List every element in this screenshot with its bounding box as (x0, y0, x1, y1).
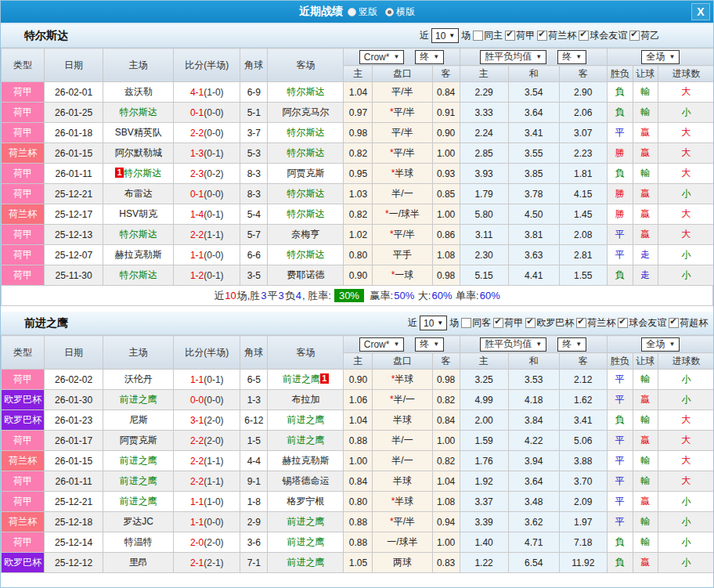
col-header-1: 日期 (45, 49, 103, 82)
cell-odds-home: 0.82 (344, 143, 373, 164)
cell-handicap: *半球 (373, 164, 432, 184)
checkbox-label: 荷超杯 (680, 316, 708, 330)
recent-count-select[interactable]: 10▼ (431, 28, 459, 43)
fulltime-score: 1-1 (190, 374, 204, 385)
cell-odds-home: 0.88 (344, 532, 373, 553)
scope-select[interactable]: 全场▼ (641, 337, 680, 352)
cell-result: 平 (607, 451, 633, 471)
cell-corners: 6-6 (240, 245, 268, 265)
cell-odds-away: 0.90 (432, 123, 460, 143)
odds-company-select[interactable]: Crow*▼ (359, 337, 405, 352)
recent-count-select[interactable]: 10▼ (420, 316, 447, 330)
cell-result: 負 (607, 82, 633, 103)
odds-final-select[interactable]: 终▼ (415, 50, 444, 64)
cell-home-team: 尼斯 (103, 410, 174, 431)
cell-handicap: *平/半 (373, 103, 432, 123)
section-header: 前进之鹰近10▼场同客荷甲欧罗巴杯荷兰杯球会友谊荷超杯 (1, 312, 713, 335)
halftime-score: (0-0) (204, 395, 223, 406)
filter-checkbox-欧罗巴杯[interactable]: 欧罗巴杯 (525, 316, 574, 330)
fulltime-score: 4-1 (190, 87, 204, 98)
cell-corners: 4-4 (240, 451, 268, 471)
avg-select[interactable]: 胜平负均值▼ (480, 50, 546, 64)
cell-score: 2-2(0-0) (174, 123, 240, 143)
filter-checkbox-同主[interactable]: 同主 (473, 29, 503, 42)
avg-final-select[interactable]: 终▼ (557, 337, 586, 352)
cell-avg-home: 5.15 (460, 265, 508, 286)
cell-goals-result: 小 (658, 532, 714, 553)
home-team-name: 赫拉克勒斯 (115, 249, 162, 260)
fulltime-score: 0-1 (190, 189, 204, 200)
filter-checkbox-荷乙[interactable]: 荷乙 (629, 29, 659, 42)
handicap-value: 平/半 (391, 86, 413, 97)
filter-checkbox-荷甲[interactable]: 荷甲 (505, 29, 535, 42)
cell-league: 荷甲 (2, 103, 45, 123)
cell-goals-result: 大 (658, 225, 714, 245)
filter-checkbox-球会友谊[interactable]: 球会友谊 (618, 316, 666, 330)
sub-header-7: 让球 (633, 353, 658, 370)
cell-avg-draw: 6.54 (508, 553, 559, 573)
summary-segment: 场,胜 (237, 289, 261, 303)
filter-checkbox-荷甲[interactable]: 荷甲 (493, 316, 523, 330)
table-row: 荷甲26-01-11前进之鹰2-2(1-1)9-1锡塔德命运0.84半球1.04… (2, 471, 714, 492)
cell-corners: 2-9 (240, 512, 268, 532)
filter-checkbox-荷兰杯[interactable]: 荷兰杯 (576, 316, 615, 330)
cell-avg-home: 3.39 (460, 512, 508, 532)
cell-corners: 3-5 (240, 265, 268, 286)
cell-goals-result: 小 (658, 184, 714, 204)
cell-handicap: 平/半 (373, 123, 432, 143)
col-header-0: 类型 (2, 49, 45, 82)
summary-segment: 单率: (453, 289, 478, 303)
cell-avg-home: 2.00 (460, 410, 508, 431)
avg-header-group: 胜平负均值▼终▼ (460, 49, 607, 66)
cell-avg-away: 2.81 (559, 245, 607, 265)
halftime-score: (1-1) (204, 456, 223, 467)
cell-league: 荷甲 (2, 532, 45, 553)
cell-league: 荷兰杯 (2, 143, 45, 164)
checkbox-label: 荷甲 (504, 316, 523, 330)
section-gap (1, 306, 713, 312)
cell-avg-home: 1.79 (460, 184, 508, 204)
odds-final-select[interactable]: 终▼ (415, 337, 444, 352)
filter-checkbox-荷兰杯[interactable]: 荷兰杯 (537, 29, 576, 42)
odds-company-select[interactable]: Crow*▼ (359, 50, 405, 64)
cell-avg-home: 2.85 (460, 143, 508, 164)
avg-final-select[interactable]: 终▼ (557, 50, 586, 64)
filter-checkbox-同客[interactable]: 同客 (461, 316, 491, 330)
summary-segment: 60% (480, 290, 500, 301)
cell-odds-home: 1.00 (344, 451, 373, 471)
layout-radio-horizontal[interactable]: 横版 (385, 5, 415, 19)
avg-select[interactable]: 胜平负均值▼ (480, 337, 546, 352)
chevron-down-icon: ▼ (437, 319, 443, 326)
halftime-score: (0-1) (204, 270, 223, 281)
cell-odds-away: 0.83 (432, 553, 460, 573)
cell-result: 負 (607, 410, 633, 431)
checkbox-icon (473, 31, 483, 41)
checkbox-label: 球会友谊 (590, 29, 627, 42)
cell-league: 欧罗巴杯 (2, 553, 45, 573)
home-team-name: 里昂 (129, 557, 148, 568)
home-team-name: 阿贾克斯 (120, 435, 157, 446)
layout-radio-vertical[interactable]: 竖版 (348, 5, 377, 19)
scope-select[interactable]: 全场▼ (641, 50, 680, 64)
cell-handicap-result: 贏 (633, 225, 658, 245)
cell-home-team: 布雷达 (103, 184, 174, 204)
cell-away-team: 前进之鹰 (268, 410, 344, 431)
cell-goals-result: 大 (658, 431, 714, 451)
cell-corners: 3-7 (240, 123, 268, 143)
filter-checkbox-荷超杯[interactable]: 荷超杯 (669, 316, 708, 330)
filter-checkbox-球会友谊[interactable]: 球会友谊 (579, 29, 627, 42)
cell-avg-away: 1.81 (559, 164, 607, 184)
cell-league: 荷甲 (2, 431, 45, 451)
cell-result: 負 (607, 532, 633, 553)
fulltime-score: 1-1 (190, 496, 204, 507)
sub-header-7: 让球 (633, 66, 658, 82)
avg-select-value: 胜平负均值 (485, 337, 532, 351)
cell-odds-away: 0.94 (432, 512, 460, 532)
cell-date: 26-01-23 (45, 410, 103, 431)
cell-handicap: 半/一 (373, 431, 432, 451)
checkbox-icon (505, 31, 515, 41)
cell-handicap-result: 輸 (633, 103, 658, 123)
cell-date: 26-01-11 (45, 471, 103, 492)
close-button[interactable]: X (691, 3, 710, 20)
halftime-score: (2-0) (204, 415, 223, 426)
